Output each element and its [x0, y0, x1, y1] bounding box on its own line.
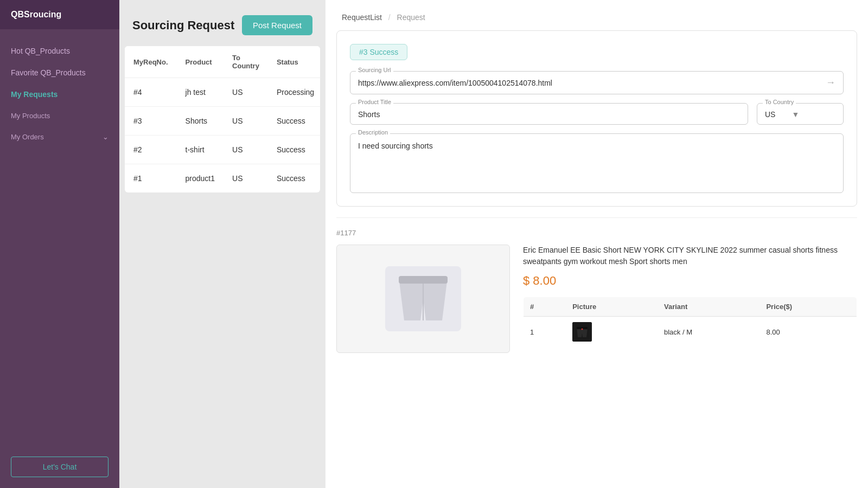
app-brand: QBSroucing [0, 0, 119, 29]
cell-product: Shorts [177, 107, 224, 136]
product-result: #1177 Eric Emanuel EE Basic Short NEW YO… [326, 229, 868, 369]
variant-price: 8.00 [760, 317, 857, 348]
sidebar-item-hot-products[interactable]: Hot QB_Products [0, 40, 119, 62]
product-title-value: Shorts [358, 109, 740, 119]
cell-country: US [224, 164, 268, 193]
to-country-value: US ▼ [765, 109, 835, 119]
cell-country: US [224, 78, 268, 107]
product-country-row: Product Title Shorts To Country US ▼ [350, 103, 844, 125]
sidebar-footer: Let's Chat [0, 446, 119, 488]
sourcing-url-field: Sourcing Url https://www.aliexpress.com/… [350, 71, 844, 94]
sourcing-url-value: https://www.aliexpress.com/item/10050041… [358, 79, 820, 87]
col-header-product: Product [177, 46, 224, 78]
svg-point-5 [582, 329, 583, 330]
col-header-req-no: MyReqNo. [125, 46, 177, 78]
sidebar-item-favorite-products[interactable]: Favorite QB_Products [0, 62, 119, 84]
description-field: Description I need sourcing shorts [350, 133, 844, 193]
sidebar: QBSroucing Hot QB_Products Favorite QB_P… [0, 0, 119, 488]
svg-rect-1 [399, 276, 448, 284]
variant-num: 1 [524, 317, 566, 348]
table-row[interactable]: #4 jh test US Processing [125, 78, 320, 107]
sidebar-nav: Hot QB_Products Favorite QB_Products My … [0, 29, 119, 446]
variant-col-num: # [524, 297, 566, 317]
cell-country: US [224, 136, 268, 164]
variant-row: 1 black / M 8.00 [524, 317, 857, 348]
product-title-label: Product Title [356, 99, 393, 105]
cell-product: t-shirt [177, 136, 224, 164]
status-badge: #3 Success [350, 44, 407, 60]
variant-col-price: Price($) [760, 297, 857, 317]
cell-status: Success [268, 164, 320, 193]
cell-country: US [224, 107, 268, 136]
requests-table-container: MyReqNo. Product To Country Status #4 jh… [125, 46, 320, 192]
description-label: Description [356, 129, 390, 136]
post-request-button[interactable]: Post Request [242, 15, 312, 35]
country-dropdown-arrow[interactable]: ▼ [792, 110, 799, 119]
col-header-status: Status [268, 46, 320, 78]
cell-product: product1 [177, 164, 224, 193]
section-divider [336, 217, 857, 218]
description-value: I need sourcing shorts [358, 142, 835, 150]
cell-status: Success [268, 136, 320, 164]
breadcrumb-separator: / [388, 13, 391, 22]
product-image-box [336, 245, 510, 353]
sourcing-url-label: Sourcing Url [356, 67, 393, 73]
let-chat-button[interactable]: Let's Chat [11, 457, 108, 477]
cell-req-no: #4 [125, 78, 177, 107]
requests-table: MyReqNo. Product To Country Status #4 jh… [125, 46, 320, 192]
request-detail-panel: RequestList / Request #3 Success Sourcin… [326, 0, 868, 488]
url-arrow-icon[interactable]: → [826, 77, 835, 88]
product-main: Eric Emanuel EE Basic Short NEW YORK CIT… [336, 245, 857, 353]
col-header-country: To Country [224, 46, 268, 78]
table-row[interactable]: #3 Shorts US Success [125, 107, 320, 136]
variant-col-variant: Variant [658, 297, 760, 317]
product-id: #1177 [336, 229, 857, 237]
table-row[interactable]: #2 t-shirt US Success [125, 136, 320, 164]
chevron-down-icon: ⌄ [103, 133, 108, 141]
breadcrumb-current: Request [397, 13, 425, 22]
cell-status: Processing [268, 78, 320, 107]
table-row[interactable]: #1 product1 US Success [125, 164, 320, 193]
sidebar-item-my-orders[interactable]: My Orders ⌄ [0, 126, 119, 147]
product-image [374, 255, 472, 342]
request-card: #3 Success Sourcing Url https://www.alie… [336, 30, 857, 207]
sidebar-item-my-requests[interactable]: My Requests [0, 84, 119, 105]
sidebar-item-my-products[interactable]: My Products [0, 105, 119, 126]
sourcing-request-title: Sourcing Request [132, 18, 234, 33]
product-price: $ 8.00 [523, 274, 857, 288]
product-name: Eric Emanuel EE Basic Short NEW YORK CIT… [523, 245, 857, 267]
product-title-field: Product Title Shorts [350, 103, 748, 125]
cell-req-no: #3 [125, 107, 177, 136]
product-info: Eric Emanuel EE Basic Short NEW YORK CIT… [523, 245, 857, 353]
cell-status: Success [268, 107, 320, 136]
sourcing-request-header: Sourcing Request Post Request [119, 0, 326, 46]
variants-table: # Picture Variant Price($) 1 [523, 297, 857, 348]
cell-req-no: #1 [125, 164, 177, 193]
variant-picture [566, 317, 658, 348]
variant-col-picture: Picture [566, 297, 658, 317]
to-country-label: To Country [763, 99, 796, 105]
breadcrumb: RequestList / Request [326, 0, 868, 30]
cell-req-no: #2 [125, 136, 177, 164]
variant-thumb [572, 322, 592, 342]
to-country-field: To Country US ▼ [757, 103, 844, 125]
breadcrumb-list[interactable]: RequestList [342, 13, 382, 22]
cell-product: jh test [177, 78, 224, 107]
sourcing-request-panel: Sourcing Request Post Request MyReqNo. P… [119, 0, 326, 488]
variant-name: black / M [658, 317, 760, 348]
